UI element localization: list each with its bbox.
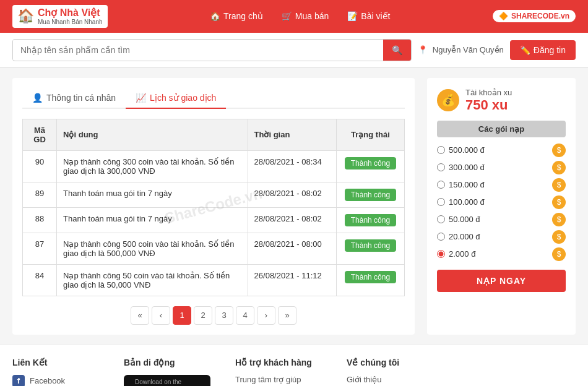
search-input-wrap: 🔍 <box>12 39 412 61</box>
nav-baiviet[interactable]: 📝 Bài viết <box>347 11 390 21</box>
goi-nap-item[interactable]: 100.000 đ $ <box>437 195 566 209</box>
cell-time: 28/08/2021 - 08:02 <box>248 207 336 233</box>
goi-nap-radio[interactable] <box>437 233 445 241</box>
brand-tagline: Mua Nhanh Bán Nhanh <box>38 19 103 25</box>
goi-nap-value: 100.000 đ <box>449 197 485 207</box>
table-row: 90 Nạp thành công 300 coin vào tài khoản… <box>23 150 405 182</box>
cell-id: 90 <box>23 150 57 182</box>
col-header-content: Nội dung <box>57 119 248 150</box>
footer-vechungtoi-title: Về chúng tôi <box>347 358 433 367</box>
nav-muaban[interactable]: 🛒 Mua bán <box>282 11 329 21</box>
cell-status: Thành công <box>336 207 404 233</box>
goi-nap-label[interactable]: 20.000 đ <box>437 232 480 241</box>
cell-content: Nạp thành công 50 coin vào tài khoản. Số… <box>57 264 248 296</box>
cell-id: 84 <box>23 264 57 296</box>
goi-nap-radio[interactable] <box>437 250 445 258</box>
logo-box[interactable]: 🏠 Chợ Nhà Việt Mua Nhanh Bán Nhanh <box>12 5 108 28</box>
cell-id: 87 <box>23 233 57 264</box>
cell-content: Thanh toán mua gói tin 7 ngày <box>57 207 248 233</box>
page-last[interactable]: » <box>278 306 296 325</box>
xu-icon: 💰 <box>437 89 459 111</box>
status-badge: Thành công <box>345 271 396 283</box>
pagination: « ‹ 1 2 3 4 › » <box>22 306 405 325</box>
coin-icon: $ <box>552 213 566 226</box>
goi-nap-radio[interactable] <box>437 181 445 189</box>
xu-label: Tài khoản xu <box>465 88 512 97</box>
goi-nap-label[interactable]: 50.000 đ <box>437 215 480 224</box>
footer-hotro-title: Hỗ trợ khách hàng <box>235 358 322 367</box>
home-icon: 🏠 <box>210 11 220 21</box>
nav-trangchu[interactable]: 🏠 Trang chủ <box>210 11 263 21</box>
nap-ngay-button[interactable]: NẠP NGAY <box>437 270 566 292</box>
logo-text: Chợ Nhà Việt Mua Nhanh Bán Nhanh <box>38 7 103 25</box>
goi-nap-item[interactable]: 150.000 đ $ <box>437 178 566 192</box>
goi-nap-list: 500.000 đ $ 300.000 đ $ 150.000 đ $ 100.… <box>437 144 566 261</box>
coin-icon: $ <box>552 178 566 192</box>
goi-nap-value: 50.000 đ <box>449 215 480 224</box>
goi-nap-radio[interactable] <box>437 146 445 154</box>
search-input[interactable] <box>13 40 383 60</box>
goi-nap-item[interactable]: 300.000 đ $ <box>437 161 566 174</box>
cell-time: 28/08/2021 - 08:34 <box>248 150 336 182</box>
goi-nap-item[interactable]: 2.000 đ $ <box>437 247 566 261</box>
cell-id: 89 <box>23 182 57 207</box>
goi-nap-item[interactable]: 20.000 đ $ <box>437 230 566 244</box>
goi-nap-label[interactable]: 100.000 đ <box>437 197 485 207</box>
footer-lienket: Liên Kết f Facebook ▶ Youtube <box>12 358 99 386</box>
goi-nap-radio[interactable] <box>437 198 445 206</box>
brand-name: Chợ Nhà Việt <box>38 7 103 19</box>
tab-lichsu[interactable]: 📈 Lịch sử giao dịch <box>126 88 226 109</box>
coin-icon: $ <box>552 144 566 157</box>
page-1[interactable]: 1 <box>173 306 191 325</box>
cell-status: Thành công <box>336 150 404 182</box>
status-badge: Thành công <box>345 189 396 201</box>
search-button[interactable]: 🔍 <box>383 40 411 61</box>
location-icon: 📍 <box>418 45 428 54</box>
coin-icon: $ <box>552 161 566 174</box>
page-2[interactable]: 2 <box>194 306 212 325</box>
table-row: 84 Nạp thành công 50 coin vào tài khoản.… <box>23 264 405 296</box>
goi-nap-label[interactable]: 300.000 đ <box>437 163 485 172</box>
page-3[interactable]: 3 <box>215 306 233 325</box>
right-panel: 💰 Tài khoản xu 750 xu Các gói nạp 500.00… <box>427 78 576 335</box>
footer-didong: Bản di động Download on the App Store ▶ … <box>124 358 210 386</box>
status-badge: Thành công <box>345 239 396 252</box>
goi-nap-value: 150.000 đ <box>449 180 485 189</box>
goi-nap-item[interactable]: 500.000 đ $ <box>437 144 566 157</box>
appstore-badge[interactable]: Download on the App Store <box>124 375 210 386</box>
page-next[interactable]: › <box>257 306 275 325</box>
edit-icon: ✏️ <box>520 45 530 55</box>
sharecode-icon: 🔶 <box>499 12 508 20</box>
page-first[interactable]: « <box>131 306 149 325</box>
user-info: 📍 Nguyễn Văn Quyền <box>418 45 504 54</box>
post-button[interactable]: ✏️ Đăng tin <box>510 40 576 60</box>
footer: Liên Kết f Facebook ▶ Youtube Bản di độn… <box>0 345 588 386</box>
transaction-table: Mã GD Nội dung Thời gian Trạng thái 90 N… <box>22 119 405 296</box>
status-badge: Thành công <box>345 214 396 226</box>
goi-nap-radio[interactable] <box>437 215 445 223</box>
footer-gioithieu[interactable]: Giới thiệu <box>347 375 433 384</box>
page-prev[interactable]: ‹ <box>152 306 170 325</box>
goi-nap-label[interactable]: 150.000 đ <box>437 180 485 189</box>
main-content: 👤 Thông tin cá nhân 📈 Lịch sử giao dịch … <box>0 68 588 345</box>
goi-nap-item[interactable]: 50.000 đ $ <box>437 213 566 226</box>
logo-icon: 🏠 <box>17 8 34 24</box>
footer-facebook[interactable]: f Facebook <box>12 375 99 386</box>
cell-id: 88 <box>23 207 57 233</box>
goi-nap-label[interactable]: 500.000 đ <box>437 145 485 155</box>
goi-nap-value: 2.000 đ <box>449 249 475 259</box>
logo-area: 🏠 Chợ Nhà Việt Mua Nhanh Bán Nhanh <box>12 5 108 28</box>
footer-trungtam[interactable]: Trung tâm trợ giúp <box>235 375 322 384</box>
cell-content: Nạp thành công 300 coin vào tài khoản. S… <box>57 150 248 182</box>
table-wrap: Mã GD Nội dung Thời gian Trạng thái 90 N… <box>22 119 405 296</box>
xu-amount: 750 xu <box>465 97 512 113</box>
goi-nap-radio[interactable] <box>437 163 445 171</box>
col-header-time: Thời gian <box>248 119 336 150</box>
nap-header: Các gói nạp <box>437 121 566 137</box>
page-4[interactable]: 4 <box>236 306 254 325</box>
tab-thongtin[interactable]: 👤 Thông tin cá nhân <box>22 88 126 109</box>
goi-nap-label[interactable]: 2.000 đ <box>437 249 475 259</box>
goi-nap-value: 20.000 đ <box>449 232 480 241</box>
goi-nap-value: 300.000 đ <box>449 163 485 172</box>
footer-didong-title: Bản di động <box>124 358 210 367</box>
